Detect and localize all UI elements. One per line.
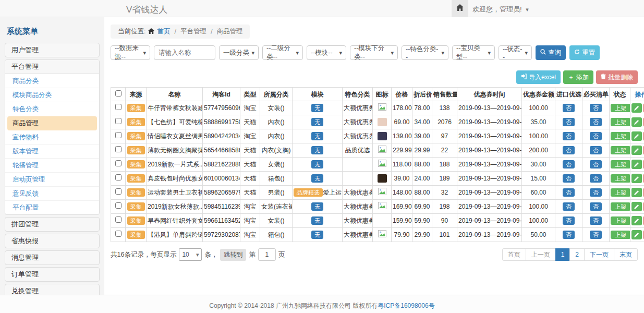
row-checkbox[interactable] — [115, 118, 121, 124]
level2-category-select[interactable]: --二级分类--▾ — [262, 45, 303, 60]
import-select-badge[interactable]: 否 — [563, 231, 575, 239]
import-excel-button[interactable]: 导入excel — [516, 70, 561, 84]
status-badge[interactable]: 上架 — [611, 104, 630, 112]
row-checkbox[interactable] — [115, 104, 121, 110]
row-checkbox[interactable] — [115, 160, 121, 166]
pager-next[interactable]: 下一页 — [584, 248, 614, 261]
feature-category-select[interactable]: --特色分类--▾ — [402, 45, 448, 60]
edit-button[interactable] — [631, 202, 642, 211]
edit-button[interactable] — [631, 216, 642, 225]
module-select[interactable]: --模块--▾ — [307, 45, 346, 60]
name-search-input[interactable] — [154, 45, 215, 60]
row-checkbox[interactable] — [115, 188, 121, 195]
select-all-checkbox[interactable] — [115, 90, 121, 97]
edit-button[interactable] — [631, 146, 642, 155]
must-buy-badge[interactable]: 否 — [590, 160, 602, 168]
row-checkbox[interactable] — [115, 146, 121, 152]
sidebar-item-group-buy[interactable]: 拼团管理 — [5, 217, 100, 232]
add-button[interactable]: ＋ 添加 — [563, 70, 593, 84]
reset-button[interactable]: 重置 — [569, 45, 600, 60]
import-select-badge[interactable]: 否 — [563, 146, 575, 154]
sidebar-subitem-promo-material[interactable]: 宣传物料 — [5, 130, 99, 145]
data-source-select[interactable]: --数据来源--▾ — [111, 45, 150, 60]
must-buy-badge[interactable]: 否 — [590, 188, 602, 197]
import-select-badge[interactable]: 否 — [563, 174, 575, 183]
must-buy-badge[interactable]: 否 — [590, 146, 602, 154]
edit-button[interactable] — [631, 230, 642, 239]
must-buy-badge[interactable]: 否 — [590, 202, 602, 211]
import-select-badge[interactable]: 否 — [563, 118, 575, 126]
sidebar-subitem-goods-mgmt[interactable]: 商品管理 — [7, 116, 97, 130]
status-badge[interactable]: 上架 — [611, 174, 630, 183]
sidebar-subitem-carousel-mgmt[interactable]: 轮播管理 — [5, 159, 99, 173]
edit-button[interactable] — [631, 188, 642, 197]
page-number-input[interactable] — [258, 248, 276, 261]
import-select-badge[interactable]: 否 — [563, 188, 575, 197]
edit-button[interactable] — [631, 117, 642, 127]
must-buy-badge[interactable]: 否 — [590, 104, 602, 112]
pager-page-1[interactable]: 1 — [555, 248, 570, 261]
sidebar-item-order-mgmt[interactable]: 订单管理 — [5, 267, 100, 282]
row-checkbox[interactable] — [115, 132, 121, 138]
user-menu[interactable]: 欢迎您，管理员! ▾ — [472, 5, 529, 14]
search-button[interactable]: 查询 — [536, 45, 566, 60]
sidebar-item-platform-mgmt[interactable]: 平台管理 — [5, 60, 99, 74]
status-badge[interactable]: 上架 — [611, 216, 630, 225]
breadcrumb-home-link[interactable]: 首页 — [157, 27, 170, 36]
pager-first[interactable]: 首页 — [502, 248, 526, 261]
status-badge[interactable]: 上架 — [611, 146, 630, 154]
must-buy-badge[interactable]: 否 — [590, 174, 602, 183]
source-badge: 采集 — [127, 132, 145, 140]
sidebar-subitem-version-mgmt[interactable]: 版本管理 — [5, 145, 99, 159]
pager-prev[interactable]: 上一页 — [526, 248, 556, 261]
status-badge[interactable]: 上架 — [611, 132, 630, 140]
sidebar-subitem-module-goods-category[interactable]: 模块商品分类 — [5, 88, 99, 102]
search-button-label: 查询 — [548, 49, 561, 57]
edit-button[interactable] — [631, 160, 642, 169]
import-select-badge[interactable]: 否 — [563, 104, 575, 112]
edit-button[interactable] — [631, 131, 642, 141]
status-badge[interactable]: 上架 — [611, 160, 630, 168]
item-type-select[interactable]: --宝贝类型--▾ — [452, 45, 495, 60]
select-value: 一级分类 — [223, 49, 249, 57]
pager-page-2[interactable]: 2 — [569, 248, 585, 261]
batch-delete-button[interactable]: 批量删除 — [596, 70, 638, 84]
icp-link[interactable]: 粤ICP备16098006号 — [378, 302, 434, 309]
jump-button[interactable]: 跳转到 — [220, 249, 246, 261]
status-badge[interactable]: 上架 — [611, 202, 630, 211]
pager-last[interactable]: 末页 — [614, 248, 638, 261]
page-size-select[interactable]: 10 ▾ — [179, 248, 202, 261]
sidebar-item-exchange-mgmt[interactable]: 兑换管理 — [5, 284, 100, 295]
sidebar-subitem-feature-category[interactable]: 特色分类 — [5, 102, 99, 116]
status-badge[interactable]: 上架 — [611, 118, 630, 126]
sidebar-item-user-mgmt[interactable]: 用户管理 — [5, 43, 100, 57]
status-select[interactable]: --状态--▾ — [499, 45, 532, 60]
sidebar-subitem-splash-mgmt[interactable]: 启动页管理 — [5, 173, 99, 187]
row-checkbox[interactable] — [115, 202, 121, 209]
status-badge[interactable]: 上架 — [611, 188, 630, 197]
must-buy-badge[interactable]: 否 — [590, 132, 602, 140]
import-select-badge[interactable]: 否 — [563, 216, 575, 225]
row-checkbox[interactable] — [115, 174, 121, 180]
edit-button[interactable] — [631, 174, 642, 183]
must-buy-badge[interactable]: 否 — [590, 231, 602, 239]
sidebar-subitem-goods-category[interactable]: 商品分类 — [5, 74, 99, 88]
import-select-badge[interactable]: 否 — [563, 132, 575, 140]
module-subcategory-select[interactable]: --模块下分类--▾ — [350, 45, 398, 60]
edit-button[interactable] — [631, 103, 642, 113]
sidebar-item-message-mgmt[interactable]: 消息管理 — [5, 250, 100, 265]
product-thumbnail — [378, 118, 387, 126]
must-buy-badge[interactable]: 否 — [590, 216, 602, 225]
sidebar-item-express[interactable]: 省惠快报 — [5, 234, 100, 248]
status-badge[interactable]: 上架 — [611, 231, 630, 239]
level1-category-select[interactable]: 一级分类▾ — [219, 45, 259, 60]
row-checkbox[interactable] — [115, 216, 121, 223]
import-select-badge[interactable]: 否 — [563, 160, 575, 168]
must-buy-badge[interactable]: 否 — [590, 118, 602, 126]
home-button[interactable] — [452, 0, 468, 17]
filter-bar: --数据来源--▾ 一级分类▾ --二级分类--▾ --模块--▾ --模块下分… — [111, 45, 638, 60]
sidebar-subitem-feedback[interactable]: 意见反馈 — [5, 187, 99, 201]
import-select-badge[interactable]: 否 — [563, 202, 575, 211]
sidebar-subitem-platform-config[interactable]: 平台配置 — [5, 201, 99, 214]
row-checkbox[interactable] — [115, 231, 121, 237]
